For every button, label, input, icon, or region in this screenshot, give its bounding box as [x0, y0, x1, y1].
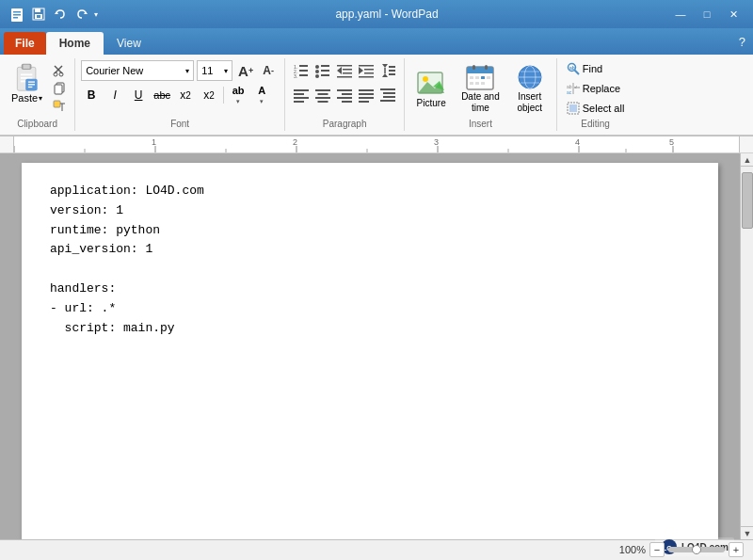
svg-rect-45: [337, 76, 352, 78]
decrease-indent-button[interactable]: [334, 60, 355, 81]
svg-rect-76: [380, 100, 395, 102]
zoom-out-button[interactable]: −: [649, 542, 665, 557]
strikethrough-button[interactable]: abc: [152, 85, 172, 105]
font-name-select[interactable]: Courier New ▾: [81, 60, 194, 81]
date-time-label: Date andtime: [461, 91, 500, 114]
help-button[interactable]: ?: [731, 28, 753, 55]
svg-rect-58: [294, 93, 304, 95]
qat-dropdown[interactable]: ▾: [94, 10, 98, 19]
insert-object-label: Insertobject: [517, 91, 542, 114]
indent-more-button[interactable]: [377, 85, 398, 105]
svg-marker-41: [337, 67, 342, 74]
svg-text:3.: 3.: [294, 73, 297, 79]
grow-font-button[interactable]: A+: [235, 60, 256, 81]
font-label: Font: [170, 119, 189, 129]
zoom-in-button[interactable]: +: [729, 542, 744, 557]
ribbon-tabs: File Home View ?: [0, 28, 753, 55]
find-button[interactable]: ab Find: [563, 60, 629, 77]
svg-marker-52: [382, 73, 388, 77]
svg-rect-73: [380, 88, 395, 90]
editor-content[interactable]: application: LO4D.com version: 1 runtime…: [50, 182, 690, 338]
editor-scroll[interactable]: application: LO4D.com version: 1 runtime…: [0, 153, 740, 539]
editor-page: application: LO4D.com version: 1 runtime…: [22, 163, 718, 539]
vertical-scrollbar[interactable]: ▲ ▼: [740, 153, 753, 539]
zoom-slider[interactable]: [668, 547, 725, 552]
svg-marker-46: [359, 67, 363, 74]
bold-button[interactable]: B: [81, 85, 102, 105]
format-painter-button[interactable]: [50, 98, 69, 115]
justify-button[interactable]: [356, 85, 376, 105]
close-button[interactable]: ✕: [721, 5, 745, 24]
font-size-arrow: ▾: [224, 67, 228, 75]
scroll-thumb[interactable]: [742, 172, 753, 229]
highlight-color-button[interactable]: ab ▾: [228, 85, 248, 105]
svg-rect-90: [481, 82, 485, 85]
quick-save-button[interactable]: [29, 5, 48, 24]
shrink-font-button[interactable]: A-: [258, 60, 279, 81]
svg-rect-64: [318, 101, 328, 103]
bullet-list-button[interactable]: [312, 60, 333, 81]
svg-rect-55: [389, 70, 395, 72]
svg-rect-70: [359, 93, 374, 95]
quick-undo-button[interactable]: [51, 5, 70, 24]
svg-rect-1: [13, 11, 21, 13]
status-bar: LO LO4D.com 100% − +: [0, 539, 753, 560]
svg-rect-25: [55, 85, 62, 94]
svg-rect-65: [337, 89, 352, 91]
svg-rect-49: [364, 72, 374, 74]
font-size-select[interactable]: 11 ▾: [197, 60, 232, 81]
svg-rect-56: [389, 73, 395, 75]
copy-button[interactable]: [50, 80, 69, 97]
insert-object-button[interactable]: Insertobject: [509, 61, 551, 116]
tab-file[interactable]: File: [4, 32, 46, 55]
superscript-button[interactable]: x2: [199, 85, 219, 105]
picture-button[interactable]: Picture: [410, 68, 452, 110]
increase-indent-button[interactable]: [356, 60, 376, 81]
align-right-button[interactable]: [334, 85, 355, 105]
svg-rect-67: [337, 97, 352, 99]
date-time-button[interactable]: Date andtime: [456, 61, 505, 116]
line-spacing-button[interactable]: [377, 60, 398, 81]
minimize-button[interactable]: —: [668, 5, 693, 24]
tab-view[interactable]: View: [104, 32, 154, 55]
svg-rect-47: [359, 65, 374, 67]
picture-label: Picture: [417, 98, 446, 108]
svg-rect-43: [343, 69, 352, 71]
align-center-button[interactable]: [312, 85, 333, 105]
svg-rect-60: [294, 101, 304, 103]
text-color-button[interactable]: A ▾: [251, 85, 272, 105]
svg-rect-30: [299, 65, 308, 67]
svg-rect-63: [315, 97, 330, 99]
svg-rect-91: [473, 65, 475, 70]
italic-button[interactable]: I: [104, 85, 125, 105]
maximize-button[interactable]: □: [695, 5, 719, 24]
insert-label: Insert: [469, 119, 492, 129]
select-all-button[interactable]: Select all: [563, 100, 629, 117]
svg-line-99: [574, 71, 579, 75]
svg-rect-38: [321, 70, 329, 72]
quick-redo-button[interactable]: [72, 5, 91, 24]
svg-point-39: [315, 74, 319, 78]
ruler: 1 2 3 4 5: [0, 136, 753, 153]
cut-button[interactable]: [50, 62, 69, 79]
svg-rect-68: [342, 101, 352, 103]
zoom-thumb[interactable]: [692, 545, 701, 554]
replace-button[interactable]: ab ac abc Replace: [563, 80, 629, 97]
subscript-button[interactable]: x2: [175, 85, 196, 105]
paste-button[interactable]: Paste ▾: [6, 60, 48, 105]
svg-rect-61: [315, 89, 330, 91]
select-all-label: Select all: [583, 103, 625, 114]
underline-button[interactable]: U: [128, 85, 149, 105]
numbered-list-button[interactable]: 1. 2. 3.: [291, 60, 312, 81]
svg-rect-5: [35, 8, 40, 12]
scroll-up-arrow[interactable]: ▲: [741, 153, 753, 167]
ribbon: File Home View ?: [0, 28, 753, 136]
zoom-percent: 100%: [619, 544, 646, 555]
paste-label: Paste: [11, 92, 38, 104]
align-left-button[interactable]: [291, 85, 312, 105]
scroll-down-arrow[interactable]: ▼: [741, 526, 753, 539]
paste-dropdown-arrow: ▾: [39, 94, 42, 103]
tab-home[interactable]: Home: [46, 32, 104, 55]
svg-rect-3: [13, 17, 18, 19]
editor-wrapper: application: LO4D.com version: 1 runtime…: [0, 153, 753, 539]
